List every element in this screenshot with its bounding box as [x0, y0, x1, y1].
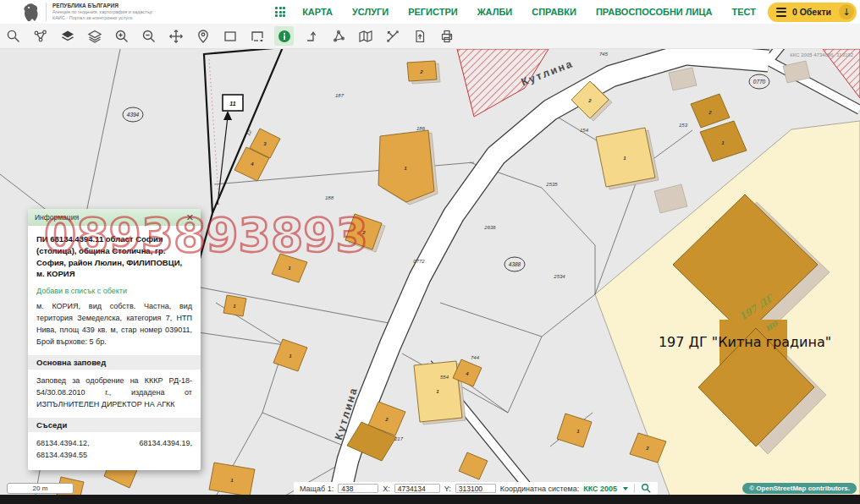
map-label-circled-37: 4394 — [127, 112, 140, 118]
property-description: м. КОРИЯ, вид собств. Частна, вид терито… — [36, 301, 192, 348]
nav-item-2[interactable]: РЕГИСТРИ — [408, 7, 457, 17]
vertex-select-tool-button[interactable] — [328, 26, 348, 46]
scale-input[interactable] — [338, 484, 378, 493]
map-label-parcel-13: 554 — [440, 375, 449, 380]
map-label-parcel-3: 187 — [335, 93, 345, 98]
export-document-tool-button[interactable] — [410, 26, 429, 46]
org-name: РЕПУБЛИКА БЪЛГАРИЯ — [52, 3, 152, 9]
app-launcher-icon[interactable] — [275, 7, 285, 17]
map-label-parcel-14: 217 — [394, 436, 404, 441]
osm-attribution[interactable]: © OpenStreetMap contributors. — [742, 483, 857, 494]
map-label-bldg-18: 4 — [250, 162, 254, 167]
org-title-block: РЕПУБЛИКА БЪЛГАРИЯ Агенция по геодезия, … — [46, 3, 152, 21]
close-icon[interactable]: ✕ — [186, 213, 194, 222]
map-label-parcel-11: 2534 — [553, 274, 565, 279]
nav-item-5[interactable]: ПРАВОСПОСОБНИ ЛИЦА — [596, 7, 713, 17]
nav-item-3[interactable]: ЖАЛБИ — [477, 7, 513, 17]
main-nav: КАРТАУСЛУГИРЕГИСТРИЖАЛБИСПРАВКИПРАВОСПОС… — [302, 7, 756, 17]
map-label-bldg-31: 2 — [384, 417, 389, 422]
bottom-edge-bar — [0, 495, 860, 504]
map-label-bldg-25: 2 — [361, 230, 366, 235]
section-neighbours-title: Съседи — [28, 418, 201, 432]
map-label-parcel-16: 0772 — [413, 259, 425, 264]
corner-arrow-tool-button[interactable] — [301, 26, 321, 46]
coordinate-system-label: Координатна система: — [500, 485, 579, 493]
nav-item-1[interactable]: УСЛУГИ — [352, 7, 389, 17]
nav-item-0[interactable]: КАРТА — [302, 7, 333, 17]
info-tool-button[interactable] — [274, 26, 294, 46]
map-label-bldg-21: 2 — [587, 98, 592, 103]
neighbours-list: 68134.4394.12, 68134.4394.19, 68134.4394… — [36, 438, 192, 462]
chevron-down-icon[interactable] — [623, 487, 628, 490]
search-tool-button[interactable] — [3, 26, 23, 46]
info-panel-title: Информация — [35, 213, 79, 222]
coat-of-arms-logo — [21, 2, 40, 22]
layers-filled-tool-button[interactable] — [58, 26, 77, 46]
order-text: Заповед за одобрение на КККР РД-18-54/30… — [36, 375, 192, 411]
org-subtitle-2: КАИС - Портал за електронни услуги — [52, 15, 152, 21]
map-label-parcel-12: 744 — [471, 355, 480, 360]
map-label-circled-39: 0770 — [753, 79, 766, 85]
print-tool-button[interactable] — [437, 26, 456, 46]
map-label-parcel-9: 2535 — [545, 182, 558, 187]
objects-count-label: 0 Обекти — [792, 7, 831, 17]
org-subtitle-1: Агенция по геодезия, картография и кадас… — [52, 9, 152, 15]
objects-button[interactable]: 0 Обекти ↓ — [768, 3, 857, 22]
info-panel-header: Информация ✕ — [28, 209, 201, 226]
nav-item-6[interactable]: ТЕСТ — [731, 7, 755, 17]
map-label-parcel-5: 188 — [325, 195, 334, 200]
location-pin-tool-button[interactable] — [193, 26, 212, 46]
y-coordinate-input[interactable] — [455, 484, 496, 493]
app-header: РЕПУБЛИКА БЪЛГАРИЯ Агенция по геодезия, … — [0, 0, 860, 24]
map-toolbar — [0, 24, 860, 49]
coordinate-system-value[interactable]: ККС 2005 — [583, 485, 617, 493]
x-label: X: — [383, 485, 390, 493]
map-label-bldg-23: 2 — [708, 110, 712, 115]
network-select-tool-button[interactable] — [30, 26, 50, 46]
x-coordinate-input[interactable] — [394, 484, 440, 493]
y-label: Y: — [444, 485, 451, 493]
goto-coordinates-search-icon[interactable] — [641, 483, 652, 494]
menu-icon — [776, 8, 786, 17]
download-objects-button[interactable]: ↓ — [839, 4, 854, 19]
zoom-in-tool-button[interactable] — [112, 26, 131, 46]
map-label-parcel-10: 2636 — [483, 225, 496, 230]
map-label-parcel-8: 153 — [679, 123, 688, 128]
map-label-bldg-32: 4 — [465, 371, 469, 376]
map-label-sel-40: 11 — [229, 101, 235, 107]
nav-item-4[interactable]: СПРАВКИ — [532, 7, 576, 17]
layers-tool-button[interactable] — [85, 26, 104, 46]
map-label-kg_black-41: 197 ДГ "Китна градина" — [659, 334, 831, 350]
map-label-parcel-4: 186 — [416, 126, 426, 131]
map-label-bldg-36: 2 — [645, 446, 649, 451]
property-identifier: ПИ 68134.4394.11 област София (столица),… — [36, 233, 192, 280]
section-order-title: Основна заповед — [28, 355, 201, 370]
scale-label: Мащаб 1: — [300, 485, 334, 493]
rectangle-select-tool-button[interactable] — [220, 26, 240, 46]
map-label-corner-44: ККС 2005 4734096, 313192 — [790, 52, 853, 58]
rectangle-extent-tool-button[interactable] — [247, 26, 267, 46]
add-to-objects-link[interactable]: Добави в списък с обекти — [36, 287, 192, 295]
zoom-out-tool-button[interactable] — [139, 26, 158, 46]
map-label-bldg-20: 2 — [419, 69, 423, 74]
status-bar: Мащаб 1: X: Y: Координатна система: ККС … — [294, 482, 658, 495]
map-label-circled-38: 4388 — [509, 261, 521, 267]
map-label-parcel-7: 154 — [580, 128, 589, 133]
info-panel: Информация ✕ ПИ 68134.4394.11 област Соф… — [28, 209, 201, 470]
map-sheets-tool-button[interactable] — [356, 26, 375, 46]
pan-tool-button[interactable] — [166, 26, 185, 46]
measure-cross-tool-button[interactable] — [383, 26, 402, 46]
map-label-parcel-2: 745 — [599, 52, 609, 57]
scale-bar: 20 m — [7, 483, 74, 494]
